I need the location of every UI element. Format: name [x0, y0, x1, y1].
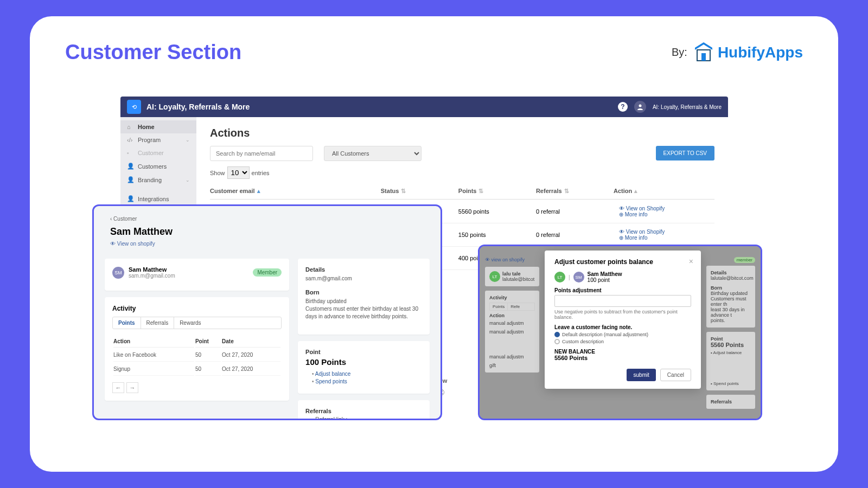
- sort-icon: ⇅: [401, 188, 406, 194]
- code-icon: ‹/›: [127, 137, 133, 143]
- sort-icon: ▴: [257, 188, 260, 194]
- col-action-header[interactable]: Action▴: [614, 188, 714, 195]
- points-value: 100 Points: [305, 357, 422, 367]
- sort-icon: ⇅: [564, 188, 569, 194]
- svg-point-2: [639, 105, 641, 107]
- bg-point-label: Point: [711, 336, 751, 342]
- view-shopify-bg: 👁 view on shopify: [485, 257, 539, 262]
- points-value: 150 points: [458, 232, 536, 238]
- by-label: By:: [672, 46, 687, 59]
- bg-row: manual adjustm: [489, 320, 535, 326]
- sidebar-item-home[interactable]: ⌂Home: [120, 120, 196, 133]
- modal-customer-points: 100 point: [588, 277, 622, 283]
- tab-rewards[interactable]: Rewards: [174, 317, 206, 329]
- modal-customer-name: Sam Matthew: [588, 271, 622, 277]
- avatar: LT: [489, 271, 500, 282]
- sidebar-item-customer[interactable]: ▪Customer: [120, 146, 196, 159]
- more-info-link[interactable]: ⊕ More info: [614, 235, 714, 241]
- avatar: SM: [573, 272, 584, 282]
- page-title: Customer Section: [65, 41, 241, 64]
- export-csv-button[interactable]: EXPORT TO CSV: [656, 146, 714, 160]
- cancel-button[interactable]: Cancel: [660, 369, 691, 381]
- brand-text: HubifyApps: [718, 44, 803, 61]
- prev-page-button[interactable]: ←: [112, 382, 124, 393]
- bg-referrals-title: Referrals: [711, 399, 751, 404]
- avatar: LT: [554, 272, 565, 282]
- details-email: sam.m@gmail.com: [305, 275, 422, 282]
- bg-points-value: 5560 Points: [711, 342, 751, 348]
- chevron-down-icon: ⌄: [186, 177, 190, 183]
- customer-name-heading: Sam Matthew: [110, 226, 424, 237]
- tab-points[interactable]: Points: [113, 317, 141, 329]
- svg-rect-1: [701, 53, 706, 61]
- radio-icon: [554, 332, 560, 337]
- user-icon: 👤: [127, 195, 133, 202]
- chevron-down-icon: ⌄: [186, 137, 190, 143]
- activity-row: Signup50Oct 27, 2020: [113, 363, 280, 376]
- activity-title: Activity: [112, 305, 282, 312]
- card-customer-name: Sam Matthew: [129, 266, 175, 273]
- referrals-value: 0 referral: [536, 208, 614, 215]
- points-adjustment-input[interactable]: [554, 295, 691, 307]
- col-referrals-header[interactable]: Referrals⇅: [536, 188, 614, 195]
- bg-email: lalutale@bitcot.com: [711, 275, 751, 281]
- bg-customer-name: lalu tale: [502, 271, 534, 277]
- sort-icon: ▴: [634, 188, 637, 194]
- app-title: AI: Loyalty, Referrals & More: [146, 102, 250, 111]
- points-value: 5560 points: [458, 208, 536, 215]
- col-points-header[interactable]: Points⇅: [458, 188, 536, 195]
- referrals-value: 0 referral: [536, 232, 614, 238]
- view-on-shopify-link[interactable]: 👁 View on shopify: [110, 241, 155, 247]
- app-logo-icon: ⟲: [127, 100, 141, 114]
- user-icon: 👤: [127, 163, 133, 170]
- user-label: AI: Loyalty, Referrals & More: [653, 104, 722, 110]
- bg-born-label: Born: [711, 285, 751, 291]
- view-shopify-link[interactable]: 👁 View on Shopify: [614, 206, 714, 211]
- col-email-header[interactable]: Customer email▴: [210, 188, 381, 195]
- user-icon: 👤: [127, 176, 133, 183]
- content-title: Actions: [210, 127, 714, 139]
- close-icon[interactable]: ×: [689, 257, 693, 266]
- new-balance-value: 5560 Points: [554, 355, 691, 361]
- bg-activity-title: Activity: [489, 295, 535, 300]
- adjustment-hint: Use negative points to subtract from the…: [554, 309, 691, 320]
- view-shopify-link[interactable]: 👁 View on Shopify: [614, 229, 714, 235]
- user-avatar-icon[interactable]: [634, 101, 646, 113]
- sidebar-item-customers[interactable]: 👤Customers: [120, 159, 196, 173]
- filter-select[interactable]: All Customers: [324, 146, 422, 161]
- radio-icon: [554, 339, 560, 344]
- point-label: Point: [305, 349, 422, 355]
- details-title: Details: [305, 266, 422, 273]
- adjust-balance-link[interactable]: Adjust balance: [312, 371, 422, 377]
- next-page-button[interactable]: →: [126, 382, 138, 393]
- tab-referrals[interactable]: Referrals: [141, 317, 175, 329]
- adjust-balance-modal: Adjust customer points balance × LT | SM…: [545, 251, 701, 389]
- born-label: Born: [305, 289, 422, 296]
- entries-select[interactable]: 10: [227, 166, 250, 179]
- col-status-header[interactable]: Status⇅: [381, 188, 458, 195]
- referral-link-label: Referral link :: [312, 416, 422, 420]
- bg-badge: member: [734, 257, 755, 263]
- brand-logo: HubifyApps: [693, 42, 803, 63]
- submit-button[interactable]: submit: [627, 369, 655, 381]
- points-adjustment-label: Points adjustment: [554, 287, 691, 293]
- bg-action-header: Action: [489, 313, 535, 318]
- sidebar-item-program[interactable]: ‹/›Program⌄: [120, 133, 196, 146]
- radio-custom-description[interactable]: Custom description: [554, 339, 691, 344]
- more-info-link[interactable]: ⊕ More info: [614, 211, 714, 217]
- new-balance-label: NEW BALANCE: [554, 349, 691, 355]
- help-icon[interactable]: ?: [618, 102, 628, 112]
- user-icon: ▪: [127, 150, 133, 156]
- bg-row: manual adjustm: [489, 354, 535, 359]
- bg-row: gift: [489, 363, 535, 368]
- card-customer-email: sam.m@gmail.com: [129, 273, 175, 279]
- breadcrumb[interactable]: ‹ Customer: [110, 216, 424, 222]
- search-input[interactable]: [210, 146, 313, 161]
- modal-title: Adjust customer points balance: [554, 258, 691, 266]
- col-date-header: Date: [222, 336, 280, 348]
- radio-default-description[interactable]: Default description (manual adjustment): [554, 332, 691, 337]
- spend-points-link[interactable]: Spend points: [312, 378, 422, 384]
- referrals-title: Referrals: [305, 408, 422, 414]
- sidebar-item-branding[interactable]: 👤Branding⌄: [120, 173, 196, 187]
- sidebar-item-integrations[interactable]: 👤Integrations: [120, 192, 196, 206]
